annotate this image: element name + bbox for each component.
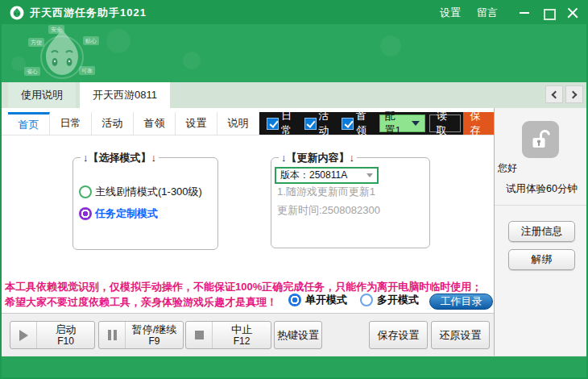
chevron-left-icon xyxy=(552,90,560,98)
app-window: 开天西游任务助手1021 设置 留言 安全 方便 贴心 xyxy=(0,0,588,379)
main-area: 首页 日常 活动 首领 设置 说明 日常 活动 xyxy=(2,108,586,356)
play-icon xyxy=(10,322,37,348)
banner-tag: 方便 xyxy=(28,38,44,47)
save-config-button[interactable]: 保存 xyxy=(463,112,494,135)
pause-button-label: 暂停/继续 xyxy=(126,323,183,336)
config-select-value: 配置1 xyxy=(385,109,404,138)
banner-tag: 可靠 xyxy=(79,66,95,75)
titlebar: 开天西游任务助手1021 设置 留言 xyxy=(2,2,586,24)
banner-bubble xyxy=(380,35,401,56)
start-button-hotkey: F10 xyxy=(37,335,94,347)
boss-checkbox-label: 首领 xyxy=(356,109,371,138)
mainline-mode-radio[interactable]: 主线剧情模式(1-300级) xyxy=(79,185,202,199)
boss-checkbox[interactable]: 首领 xyxy=(337,109,375,138)
banner-tag: 贴心 xyxy=(83,36,99,45)
activity-checkbox[interactable]: 活动 xyxy=(300,109,338,138)
radio-checked-icon xyxy=(79,207,92,220)
tab-usage-notes[interactable]: 使用说明 xyxy=(8,82,76,108)
stop-icon xyxy=(186,322,213,348)
save-settings-button[interactable]: 保存设置 xyxy=(369,321,428,349)
abort-button[interactable]: 中止 F12 xyxy=(185,321,271,349)
mode-select-group: ↓【选择模式】↓ 主线剧情模式(1-300级) 任务定制模式 xyxy=(72,157,218,250)
chevron-down-icon xyxy=(412,121,420,126)
tab-settings[interactable]: 设置 xyxy=(176,112,217,135)
tab-home[interactable]: 首页 xyxy=(8,112,50,135)
update-timestamp: 更新时间:2508082300 xyxy=(277,203,380,218)
sidebar-divider xyxy=(495,205,586,206)
abort-button-label: 中止 xyxy=(213,323,271,336)
start-button-label: 启动 xyxy=(37,323,94,336)
banner: 安全 方便 贴心 省心 可靠 xyxy=(2,24,586,82)
greeting-text: 您好 xyxy=(498,161,517,175)
warning-line-2: 希望大家不要过度依赖工具，亲身体验游戏乐趣才是真理！ xyxy=(5,295,277,310)
maximize-icon[interactable] xyxy=(543,7,554,19)
trial-status-text: 试用体验60分钟 xyxy=(506,182,578,196)
tab-scroll-left-button[interactable] xyxy=(545,85,563,103)
mode-group-legend: ↓【选择模式】↓ xyxy=(81,151,159,165)
banner-tag: 安全 xyxy=(48,25,64,34)
app-logo-icon xyxy=(10,6,24,20)
document-tab-strip: 使用说明 开天西游0811 xyxy=(2,82,586,108)
chevron-down-icon xyxy=(366,173,373,177)
multi-open-label[interactable]: 多开模式 xyxy=(377,293,419,307)
tab-daily[interactable]: 日常 xyxy=(50,112,92,135)
daily-checkbox[interactable]: 日常 xyxy=(263,109,300,138)
work-directory-button[interactable]: 工作目录 xyxy=(429,294,493,310)
update-content-group: ↓【更新内容】↓ 版本：250811A 1.随游戏更新而更新1 更新时间:250… xyxy=(271,157,430,248)
custom-task-mode-label: 任务定制模式 xyxy=(95,206,158,221)
update-note: 1.随游戏更新而更新1 xyxy=(277,185,375,199)
unbind-button[interactable]: 解绑 xyxy=(508,249,575,270)
single-open-label[interactable]: 单开模式 xyxy=(305,293,347,307)
action-bar: 启动 F10 暂停/继续 F9 中止 F12 xyxy=(2,313,494,356)
bottom-green-strip xyxy=(2,356,586,377)
activity-checkbox-label: 活动 xyxy=(319,109,334,138)
pause-icon xyxy=(99,322,126,348)
main-panel: 首页 日常 活动 首领 设置 说明 日常 活动 xyxy=(2,108,494,356)
window-title: 开天西游任务助手1021 xyxy=(30,6,147,20)
version-select-value: 版本：250811A xyxy=(280,169,347,182)
unlock-status-icon xyxy=(522,121,559,158)
mascot-icon xyxy=(40,27,84,82)
banner-bubble xyxy=(183,52,201,69)
close-icon[interactable] xyxy=(567,7,578,19)
checkbox-checked-icon xyxy=(304,118,317,130)
start-button[interactable]: 启动 F10 xyxy=(10,321,95,349)
register-info-button[interactable]: 注册信息 xyxy=(508,221,575,242)
restore-settings-button[interactable]: 还原设置 xyxy=(431,321,490,349)
pause-resume-button[interactable]: 暂停/继续 F9 xyxy=(98,321,184,349)
update-group-legend: ↓【更新内容】↓ xyxy=(279,151,357,165)
radio-unchecked-icon xyxy=(79,185,92,198)
tab-instructions[interactable]: 说明 xyxy=(217,112,259,135)
quick-toolbar: 日常 活动 首领 配置1 读取 保存 xyxy=(259,112,494,135)
titlebar-message-menu[interactable]: 留言 xyxy=(477,6,498,20)
pause-button-hotkey: F9 xyxy=(126,335,183,347)
open-mode-options: 单开模式 多开模式 xyxy=(288,293,419,307)
daily-checkbox-label: 日常 xyxy=(281,109,296,138)
banner-bubble xyxy=(106,29,130,53)
custom-task-mode-radio[interactable]: 任务定制模式 xyxy=(79,206,158,221)
checkbox-checked-icon xyxy=(267,118,279,130)
chevron-right-icon xyxy=(569,90,578,98)
tab-activity[interactable]: 活动 xyxy=(92,112,134,135)
radio-unchecked-icon[interactable] xyxy=(360,294,373,306)
tab-boss[interactable]: 首领 xyxy=(134,112,176,135)
banner-tag: 省心 xyxy=(24,67,40,76)
radio-checked-icon[interactable] xyxy=(288,294,301,306)
titlebar-settings-menu[interactable]: 设置 xyxy=(440,6,461,20)
account-sidebar: 您好 试用体验60分钟 注册信息 解绑 xyxy=(494,108,586,356)
read-config-button[interactable]: 读取 xyxy=(429,115,462,132)
version-select[interactable]: 版本：250811A xyxy=(275,167,379,184)
tab-scroll-right-button[interactable] xyxy=(565,85,583,103)
config-select[interactable]: 配置1 xyxy=(379,115,425,132)
mainline-mode-label: 主线剧情模式(1-300级) xyxy=(95,185,202,199)
minimize-icon[interactable] xyxy=(519,7,530,19)
hotkey-settings-button[interactable]: 热键设置 xyxy=(274,321,322,349)
checkbox-checked-icon xyxy=(342,118,354,130)
abort-button-hotkey: F12 xyxy=(213,335,271,347)
inner-nav: 首页 日常 活动 首领 设置 说明 日常 活动 xyxy=(2,112,494,135)
tab-game-instance[interactable]: 开天西游0811 xyxy=(80,82,170,108)
